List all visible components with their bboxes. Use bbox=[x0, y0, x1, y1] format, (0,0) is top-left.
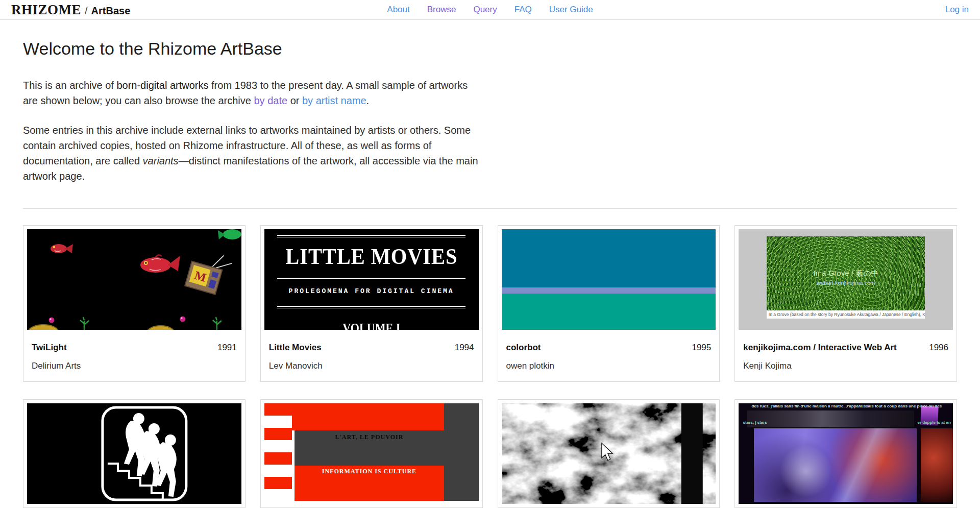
browse-by-artist-link[interactable]: by artist name bbox=[302, 95, 366, 106]
artwork-meta: TwiLight 1991 Delirium Arts bbox=[23, 333, 245, 381]
artbase-wordmark: ArtBase bbox=[91, 5, 131, 17]
dark-collage-strip bbox=[747, 410, 914, 427]
artwork-artist: Delirium Arts bbox=[32, 361, 237, 371]
artwork-card-twilight[interactable]: M TwiLight bbox=[23, 225, 246, 382]
intro-text-3: or bbox=[287, 95, 302, 106]
logo-slash-separator: / bbox=[85, 5, 88, 17]
foliage-photo: In a Grove / 薮の中 webart.kenjikojima.com … bbox=[767, 236, 925, 319]
double-rule bbox=[277, 235, 465, 237]
purple-glitch-panel bbox=[754, 428, 917, 502]
artwork-thumbnail-in-a-grove: In a Grove / 薮の中 webart.kenjikojima.com … bbox=[739, 229, 953, 330]
information-is-culture-text: INFORMATION IS CULTURE bbox=[295, 468, 445, 475]
log-in-link[interactable]: Log in bbox=[945, 5, 969, 15]
artwork-meta: colorbot 1995 owen plotkin bbox=[498, 333, 720, 381]
artwork-meta: Little Movies 1994 Lev Manovich bbox=[261, 333, 482, 381]
artwork-thumbnail-noise-cursor bbox=[502, 403, 716, 504]
in-a-grove-overlay-title: In a Grove / 薮の中 bbox=[767, 269, 925, 278]
artwork-card-exit-figures[interactable] bbox=[23, 399, 246, 508]
nav-link-query[interactable]: Query bbox=[473, 5, 497, 15]
artwork-card-colorbot[interactable]: colorbot 1995 owen plotkin bbox=[498, 225, 720, 382]
glitch-stars-text: stars, | stars bbox=[743, 420, 767, 425]
single-rule bbox=[277, 278, 465, 279]
primary-nav: About Browse Query FAQ User Guide bbox=[387, 5, 593, 15]
caption-left-text: In a Grove (based on the story by Ryunos… bbox=[769, 312, 925, 317]
artwork-thumbnail-purple-glitch: des rues, j'allais sans fin d'une maison… bbox=[739, 403, 953, 504]
black-right-bar bbox=[681, 403, 702, 504]
teal-blue-field bbox=[502, 229, 716, 287]
teal-green-field bbox=[502, 294, 716, 330]
red-white-stripe-column bbox=[264, 403, 292, 501]
nav-link-user-guide[interactable]: User Guide bbox=[549, 5, 593, 15]
glitch-dapple-text: er dapple is at an bbox=[917, 420, 950, 425]
little-movies-title-text: LITTLE MOVIES bbox=[273, 244, 470, 270]
variants-italic: variants bbox=[143, 155, 179, 166]
main-content: Welcome to the Rhizome ArtBase This is a… bbox=[0, 20, 980, 508]
section-divider bbox=[23, 208, 957, 209]
artwork-year: 1996 bbox=[929, 343, 948, 353]
artwork-artist: Lev Manovich bbox=[269, 361, 474, 371]
prolegomena-subtitle-text: PROLEGOMENA FOR DIGITAL CINEMA bbox=[264, 287, 479, 295]
in-a-grove-overlay-url: webart.kenjikojima.com bbox=[767, 280, 925, 286]
nav-link-browse[interactable]: Browse bbox=[427, 5, 456, 15]
intro-text-4: . bbox=[366, 95, 370, 106]
lart-le-pouvoir-text: L'ART, LE POUVOIR bbox=[295, 433, 445, 441]
born-digital-emphasis: born-digital artworks bbox=[116, 80, 208, 91]
artwork-artist: Kenji Kojima bbox=[743, 361, 948, 371]
rhizome-artbase-logo[interactable]: RHIZOME / ArtBase bbox=[11, 2, 130, 18]
nav-link-faq[interactable]: FAQ bbox=[514, 5, 532, 15]
glitch-french-text: des rues, j'allais sans fin d'une maison… bbox=[751, 404, 948, 408]
artwork-title[interactable]: kenjikojima.com / Interactive Web Art bbox=[743, 343, 896, 353]
artwork-grid: M TwiLight bbox=[23, 225, 957, 508]
artwork-title[interactable]: Little Movies bbox=[269, 343, 322, 353]
fractal-noise-graphic bbox=[502, 403, 716, 504]
red-top-block bbox=[292, 403, 444, 430]
artwork-card-kenjikojima[interactable]: In a Grove / 薮の中 webart.kenjikojima.com … bbox=[734, 225, 957, 382]
intro-paragraph: This is an archive of born-digital artwo… bbox=[23, 78, 485, 108]
artwork-artist: owen plotkin bbox=[506, 361, 712, 371]
artwork-thumbnail-art-pouvoir: L'ART, LE POUVOIR INFORMATION IS CULTURE bbox=[264, 403, 479, 504]
periwinkle-stripe bbox=[502, 287, 716, 294]
browse-by-date-link[interactable]: by date bbox=[254, 95, 287, 106]
artwork-year: 1991 bbox=[217, 343, 237, 353]
twilight-aquarium-graphic: M bbox=[27, 229, 241, 330]
artwork-meta: kenjikojima.com / Interactive Web Art 19… bbox=[735, 333, 957, 381]
rhizome-wordmark: RHIZOME bbox=[11, 2, 81, 18]
red-glitch-panel bbox=[921, 428, 953, 502]
artwork-year: 1995 bbox=[692, 343, 711, 353]
double-rule bbox=[277, 306, 465, 308]
artwork-title[interactable]: TwiLight bbox=[32, 343, 67, 353]
top-nav-bar: RHIZOME / ArtBase About Browse Query FAQ… bbox=[0, 0, 980, 20]
volume-text: VOLUME I bbox=[280, 321, 462, 330]
artwork-year: 1994 bbox=[455, 343, 474, 353]
artwork-card-purple-glitch[interactable]: des rues, j'allais sans fin d'une maison… bbox=[734, 399, 957, 508]
nav-link-about[interactable]: About bbox=[387, 5, 409, 15]
artwork-thumbnail-colorbot bbox=[502, 229, 716, 330]
artwork-card-noise-cursor[interactable] bbox=[498, 399, 720, 508]
artwork-thumbnail-twilight: M bbox=[27, 229, 241, 330]
artwork-card-little-movies[interactable]: LITTLE MOVIES PROLEGOMENA FOR DIGITAL CI… bbox=[260, 225, 483, 382]
variants-paragraph: Some entries in this archive include ext… bbox=[23, 123, 485, 184]
page-title: Welcome to the Rhizome ArtBase bbox=[23, 38, 957, 59]
artwork-thumbnail-little-movies: LITTLE MOVIES PROLEGOMENA FOR DIGITAL CI… bbox=[264, 229, 479, 330]
artwork-title[interactable]: colorbot bbox=[506, 343, 541, 353]
artwork-card-art-pouvoir[interactable]: L'ART, LE POUVOIR INFORMATION IS CULTURE bbox=[260, 399, 483, 508]
artwork-thumbnail-exit-figures bbox=[27, 403, 241, 504]
in-a-grove-caption-bar: In a Grove (based on the story by Ryunos… bbox=[767, 310, 925, 319]
exit-sign-graphic bbox=[27, 403, 241, 504]
intro-text-1: This is an archive of bbox=[23, 80, 116, 91]
